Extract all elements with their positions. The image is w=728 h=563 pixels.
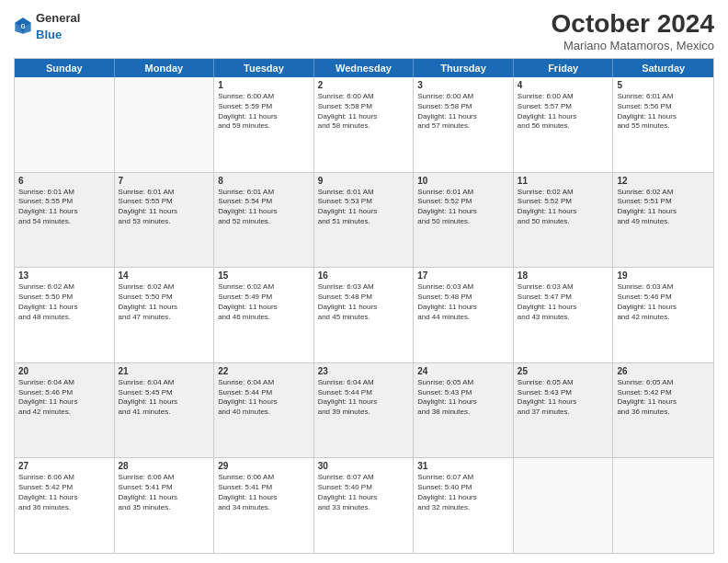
cell-info: Sunrise: 6:01 AM Sunset: 5:56 PM Dayligh…	[617, 92, 710, 132]
day-number: 10	[417, 176, 509, 186]
cell-info: Sunrise: 6:03 AM Sunset: 5:48 PM Dayligh…	[417, 282, 509, 322]
day-number: 17	[417, 270, 509, 281]
day-number: 6	[18, 176, 110, 186]
calendar-cell: 25Sunrise: 6:05 AM Sunset: 5:43 PM Dayli…	[514, 363, 614, 458]
header-day: Sunday	[15, 59, 115, 77]
day-number: 20	[18, 366, 110, 376]
cell-info: Sunrise: 6:05 AM Sunset: 5:43 PM Dayligh…	[417, 378, 509, 418]
calendar-cell: 19Sunrise: 6:03 AM Sunset: 5:46 PM Dayli…	[613, 268, 713, 362]
calendar-row: 20Sunrise: 6:04 AM Sunset: 5:46 PM Dayli…	[15, 363, 713, 459]
calendar-cell	[613, 458, 713, 553]
day-number: 23	[318, 366, 410, 376]
day-number: 13	[18, 270, 110, 281]
day-number: 19	[617, 270, 710, 281]
title-block: October 2024 Mariano Matamoros, Mexico	[552, 9, 714, 52]
calendar-cell: 22Sunrise: 6:04 AM Sunset: 5:44 PM Dayli…	[214, 363, 314, 458]
day-number: 29	[218, 461, 310, 471]
header-day: Monday	[115, 59, 215, 77]
calendar-cell: 16Sunrise: 6:03 AM Sunset: 5:48 PM Dayli…	[314, 268, 415, 362]
cell-info: Sunrise: 6:02 AM Sunset: 5:50 PM Dayligh…	[119, 282, 210, 322]
cell-info: Sunrise: 6:00 AM Sunset: 5:58 PM Dayligh…	[318, 92, 410, 132]
cell-info: Sunrise: 6:01 AM Sunset: 5:54 PM Dayligh…	[218, 188, 310, 227]
svg-text:G: G	[20, 23, 25, 29]
calendar-cell: 12Sunrise: 6:02 AM Sunset: 5:51 PM Dayli…	[613, 173, 713, 268]
day-number: 15	[218, 270, 310, 281]
calendar-cell	[115, 77, 215, 172]
cell-info: Sunrise: 6:00 AM Sunset: 5:57 PM Dayligh…	[518, 92, 609, 132]
calendar-cell: 31Sunrise: 6:07 AM Sunset: 5:40 PM Dayli…	[414, 458, 514, 553]
cell-info: Sunrise: 6:04 AM Sunset: 5:44 PM Dayligh…	[218, 378, 310, 418]
cell-info: Sunrise: 6:02 AM Sunset: 5:49 PM Dayligh…	[218, 282, 310, 322]
cell-info: Sunrise: 6:07 AM Sunset: 5:40 PM Dayligh…	[417, 473, 509, 512]
day-number: 1	[218, 80, 310, 90]
calendar-cell: 28Sunrise: 6:06 AM Sunset: 5:41 PM Dayli…	[115, 458, 215, 553]
header-day: Thursday	[414, 59, 514, 77]
cell-info: Sunrise: 6:02 AM Sunset: 5:50 PM Dayligh…	[18, 282, 110, 322]
cell-info: Sunrise: 6:05 AM Sunset: 5:43 PM Dayligh…	[518, 378, 609, 418]
header-day: Tuesday	[214, 59, 314, 77]
cell-info: Sunrise: 6:01 AM Sunset: 5:55 PM Dayligh…	[119, 188, 210, 227]
day-number: 14	[119, 270, 210, 281]
day-number: 5	[617, 80, 710, 90]
cell-info: Sunrise: 6:00 AM Sunset: 5:59 PM Dayligh…	[218, 92, 310, 132]
calendar: SundayMondayTuesdayWednesdayThursdayFrid…	[14, 58, 714, 554]
calendar-cell: 5Sunrise: 6:01 AM Sunset: 5:56 PM Daylig…	[613, 77, 713, 172]
header-day: Saturday	[613, 59, 713, 77]
day-number: 7	[119, 176, 210, 186]
calendar-cell: 11Sunrise: 6:02 AM Sunset: 5:52 PM Dayli…	[514, 173, 614, 268]
cell-info: Sunrise: 6:03 AM Sunset: 5:48 PM Dayligh…	[318, 282, 410, 322]
day-number: 3	[417, 80, 509, 90]
header-day: Wednesday	[314, 59, 415, 77]
cell-info: Sunrise: 6:06 AM Sunset: 5:41 PM Dayligh…	[218, 473, 310, 512]
cell-info: Sunrise: 6:04 AM Sunset: 5:44 PM Dayligh…	[318, 378, 410, 418]
page: G General Blue October 2024 Mariano Mata…	[0, 0, 728, 563]
cell-info: Sunrise: 6:06 AM Sunset: 5:42 PM Dayligh…	[18, 473, 110, 512]
calendar-cell: 20Sunrise: 6:04 AM Sunset: 5:46 PM Dayli…	[15, 363, 115, 458]
day-number: 11	[518, 176, 609, 186]
cell-info: Sunrise: 6:00 AM Sunset: 5:58 PM Dayligh…	[417, 92, 509, 132]
day-number: 8	[218, 176, 310, 186]
calendar-cell: 24Sunrise: 6:05 AM Sunset: 5:43 PM Dayli…	[414, 363, 514, 458]
calendar-row: 1Sunrise: 6:00 AM Sunset: 5:59 PM Daylig…	[15, 77, 713, 173]
logo-general: General	[36, 11, 80, 25]
calendar-cell: 17Sunrise: 6:03 AM Sunset: 5:48 PM Dayli…	[414, 268, 514, 362]
calendar-cell	[514, 458, 614, 553]
cell-info: Sunrise: 6:06 AM Sunset: 5:41 PM Dayligh…	[119, 473, 210, 512]
calendar-cell: 18Sunrise: 6:03 AM Sunset: 5:47 PM Dayli…	[514, 268, 614, 362]
calendar-cell: 26Sunrise: 6:05 AM Sunset: 5:42 PM Dayli…	[613, 363, 713, 458]
day-number: 28	[119, 461, 210, 471]
calendar-cell: 14Sunrise: 6:02 AM Sunset: 5:50 PM Dayli…	[115, 268, 215, 362]
cell-info: Sunrise: 6:02 AM Sunset: 5:51 PM Dayligh…	[617, 188, 710, 227]
calendar-cell: 1Sunrise: 6:00 AM Sunset: 5:59 PM Daylig…	[214, 77, 314, 172]
logo-text: General Blue	[36, 9, 80, 42]
calendar-cell: 29Sunrise: 6:06 AM Sunset: 5:41 PM Dayli…	[214, 458, 314, 553]
day-number: 27	[18, 461, 110, 471]
cell-info: Sunrise: 6:03 AM Sunset: 5:47 PM Dayligh…	[518, 282, 609, 322]
day-number: 21	[119, 366, 210, 376]
day-number: 4	[518, 80, 609, 90]
calendar-cell: 6Sunrise: 6:01 AM Sunset: 5:55 PM Daylig…	[15, 173, 115, 268]
calendar-cell: 8Sunrise: 6:01 AM Sunset: 5:54 PM Daylig…	[214, 173, 314, 268]
calendar-body: 1Sunrise: 6:00 AM Sunset: 5:59 PM Daylig…	[15, 77, 713, 553]
day-number: 24	[417, 366, 509, 376]
cell-info: Sunrise: 6:04 AM Sunset: 5:45 PM Dayligh…	[119, 378, 210, 418]
day-number: 31	[417, 461, 509, 471]
calendar-cell: 7Sunrise: 6:01 AM Sunset: 5:55 PM Daylig…	[115, 173, 215, 268]
calendar-row: 13Sunrise: 6:02 AM Sunset: 5:50 PM Dayli…	[15, 268, 713, 363]
calendar-cell: 27Sunrise: 6:06 AM Sunset: 5:42 PM Dayli…	[15, 458, 115, 553]
cell-info: Sunrise: 6:04 AM Sunset: 5:46 PM Dayligh…	[18, 378, 110, 418]
calendar-cell: 21Sunrise: 6:04 AM Sunset: 5:45 PM Dayli…	[115, 363, 215, 458]
subtitle: Mariano Matamoros, Mexico	[552, 39, 714, 52]
cell-info: Sunrise: 6:05 AM Sunset: 5:42 PM Dayligh…	[617, 378, 710, 418]
cell-info: Sunrise: 6:02 AM Sunset: 5:52 PM Dayligh…	[518, 188, 609, 227]
day-number: 25	[518, 366, 609, 376]
cell-info: Sunrise: 6:01 AM Sunset: 5:55 PM Dayligh…	[18, 188, 110, 227]
day-number: 26	[617, 366, 710, 376]
calendar-header: SundayMondayTuesdayWednesdayThursdayFrid…	[15, 59, 713, 77]
cell-info: Sunrise: 6:07 AM Sunset: 5:40 PM Dayligh…	[318, 473, 410, 512]
header-day: Friday	[514, 59, 614, 77]
day-number: 30	[318, 461, 410, 471]
logo: G General Blue	[14, 9, 80, 42]
day-number: 9	[318, 176, 410, 186]
header: G General Blue October 2024 Mariano Mata…	[14, 9, 714, 52]
